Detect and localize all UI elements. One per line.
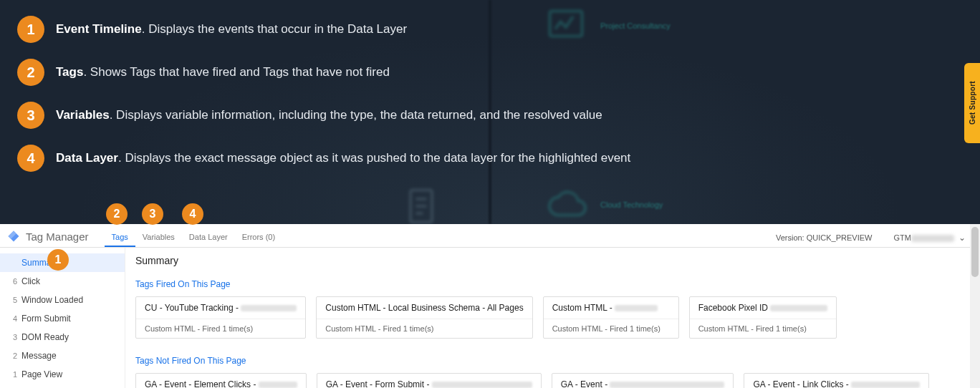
sidebar-item[interactable]: 4Form Submit (0, 309, 125, 328)
callout-4: 4 Data Layer. Displays the exact message… (17, 145, 980, 172)
tag-name: CU - YouTube Tracking - (145, 303, 239, 313)
container-id[interactable]: GTM ⌄ (893, 233, 966, 243)
gtm-logo[interactable]: Tag Manager (7, 230, 89, 247)
gtm-body: Summary 6Click 5Window Loaded 4Form Subm… (0, 248, 980, 388)
sidebar-idx: 6 (7, 277, 17, 286)
scrollbar[interactable] (970, 224, 980, 388)
redacted-text (911, 235, 954, 242)
sidebar-label: Page View (21, 369, 62, 379)
gtm-logo-icon (7, 230, 20, 243)
tab-datalayer[interactable]: Data Layer (182, 233, 235, 247)
redacted-text (259, 382, 297, 388)
callout-1: 1 Event Timeline. Displays the events th… (17, 16, 980, 43)
callout-desc: . Displays the events that occur in the … (142, 22, 407, 36)
callout-desc: . Displays variable information, includi… (110, 108, 602, 122)
svg-rect-1 (410, 190, 432, 223)
callout-title: Event Timeline (56, 22, 142, 36)
sidebar-item[interactable]: 1Page View (0, 365, 125, 384)
ghost-label: Cloud Technology (600, 200, 663, 209)
fired-section-label: Tags Fired On This Page (135, 279, 970, 289)
redacted-text (770, 305, 827, 311)
scrollbar-thumb[interactable] (971, 227, 979, 277)
fired-cards: CU - YouTube Tracking - Custom HTML - Fi… (135, 296, 970, 339)
sidebar-item[interactable]: 5Window Loaded (0, 291, 125, 309)
callout-desc: . Shows Tags that have fired and Tags th… (83, 65, 389, 79)
notfired-section-label: Tags Not Fired On This Page (135, 356, 970, 366)
sidebar-idx: 4 (7, 314, 17, 323)
sidebar-label: Form Submit (21, 314, 71, 324)
callout-2: 2 Tags. Shows Tags that have fired and T… (17, 59, 980, 86)
notfired-cards: GA - Event - Element Clicks - Google Ana… (135, 373, 970, 388)
marker-2: 2 (106, 203, 128, 225)
gtm-topbar-right: Version: QUICK_PREVIEW GTM ⌄ (776, 233, 973, 247)
callout-title: Data Layer (56, 151, 118, 165)
tag-sub: Custom HTML - Fired 1 time(s) (317, 319, 532, 338)
tab-variables[interactable]: Variables (135, 233, 182, 247)
callout-num: 3 (17, 102, 44, 129)
tab-errors[interactable]: Errors (0) (235, 233, 282, 247)
sidebar-label: Window Loaded (21, 295, 83, 305)
callout-list: 1 Event Timeline. Displays the events th… (0, 0, 980, 172)
gtm-main: Summary Tags Fired On This Page CU - You… (125, 248, 980, 388)
sidebar-item[interactable]: 2Message (0, 346, 125, 365)
callout-num: 4 (17, 145, 44, 172)
sidebar-idx: 1 (7, 370, 17, 379)
tag-card[interactable]: CU - YouTube Tracking - Custom HTML - Fi… (135, 296, 306, 339)
tag-name: GA - Event - Element Clicks - (145, 379, 256, 388)
callout-title: Tags (56, 65, 83, 79)
redacted-text (432, 382, 532, 388)
sidebar-idx: 2 (7, 351, 17, 360)
tag-name: GA - Event - (561, 379, 607, 388)
tag-card[interactable]: Facebook Pixel ID Custom HTML - Fired 1 … (689, 296, 837, 339)
tag-card[interactable]: Custom HTML - Custom HTML - Fired 1 time… (543, 296, 679, 339)
marker-3: 3 (142, 203, 163, 225)
sidebar-label: DOM Ready (21, 332, 69, 342)
tag-sub: Custom HTML - Fired 1 time(s) (544, 319, 678, 338)
callout-desc: . Displays the exact message object as i… (118, 151, 630, 165)
redacted-text (851, 382, 920, 388)
tag-card[interactable]: Custom HTML - Local Business Schema - Al… (316, 296, 532, 339)
sidebar-item[interactable]: 6Click (0, 272, 125, 291)
tag-name: GA - Event - Form Submit - (326, 379, 430, 388)
callout-title: Variables (56, 108, 110, 122)
sidebar-label: Click (21, 276, 40, 286)
gtm-debug-panel: Tag Manager Tags Variables Data Layer Er… (0, 224, 980, 388)
tag-sub: Custom HTML - Fired 1 time(s) (690, 319, 837, 338)
support-tab-label: Get Support (969, 81, 976, 125)
tag-card[interactable]: GA - Event - Google Analytics - Universa… (552, 373, 734, 388)
redacted-text (615, 305, 658, 311)
tag-card[interactable]: GA - Event - Form Submit - Google Analyt… (317, 373, 542, 388)
marker-1: 1 (47, 249, 69, 271)
redacted-text (610, 382, 724, 388)
sidebar-idx: 5 (7, 296, 17, 304)
gtm-logo-text: Tag Manager (26, 231, 89, 243)
tag-card[interactable]: GA - Event - Link Clicks - Google Analyt… (744, 373, 929, 388)
gtm-topbar: Tag Manager Tags Variables Data Layer Er… (0, 224, 980, 248)
main-title: Summary (135, 255, 970, 266)
redacted-text (241, 305, 297, 311)
sidebar-idx: 3 (7, 333, 17, 341)
tag-sub: Custom HTML - Fired 1 time(s) (136, 319, 305, 338)
marker-4: 4 (182, 203, 203, 225)
tab-tags[interactable]: Tags (105, 233, 135, 247)
hero-banner: Project Consultancy Cloud Technology 1 E… (0, 0, 980, 224)
tag-name: Facebook Pixel ID (698, 303, 768, 313)
chevron-down-icon: ⌄ (959, 233, 966, 243)
tag-name: Custom HTML - (552, 303, 612, 313)
support-tab[interactable]: Get Support (964, 63, 980, 143)
sidebar-label: Message (21, 351, 57, 361)
tag-card[interactable]: GA - Event - Element Clicks - Google Ana… (135, 373, 307, 388)
callout-num: 1 (17, 16, 44, 43)
sidebar-item[interactable]: 3DOM Ready (0, 328, 125, 346)
tag-name: Custom HTML - Local Business Schema - Al… (325, 303, 523, 313)
tag-name: GA - Event - Link Clicks - (753, 379, 848, 388)
callout-num: 2 (17, 59, 44, 86)
callout-3: 3 Variables. Displays variable informati… (17, 102, 980, 129)
version-info: Version: QUICK_PREVIEW (776, 233, 873, 242)
